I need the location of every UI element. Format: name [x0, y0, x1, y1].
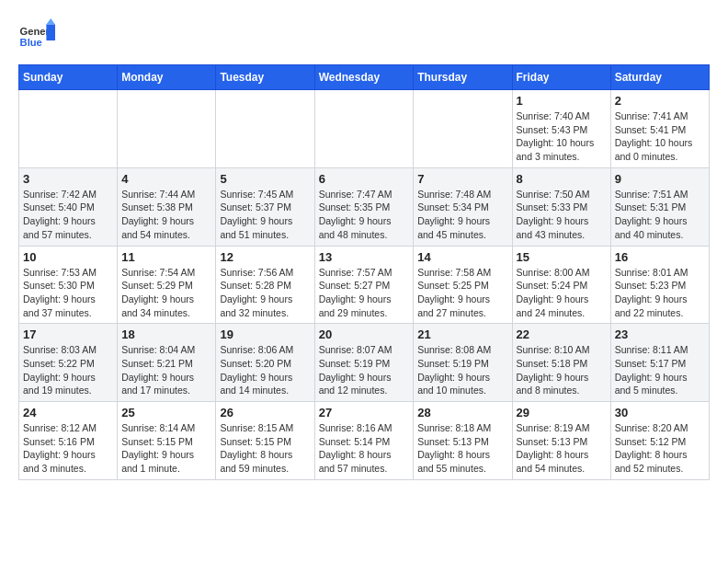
day-info: Sunrise: 7:40 AM Sunset: 5:43 PM Dayligh… [517, 109, 607, 164]
day-info: Sunrise: 7:53 AM Sunset: 5:30 PM Dayligh… [23, 266, 113, 320]
calendar-cell: 2Sunrise: 7:41 AM Sunset: 5:41 PM Daylig… [610, 90, 709, 168]
calendar-cell: 18Sunrise: 8:04 AM Sunset: 5:21 PM Dayli… [118, 324, 216, 402]
day-info: Sunrise: 8:08 AM Sunset: 5:19 PM Dayligh… [417, 343, 507, 397]
day-info: Sunrise: 7:47 AM Sunset: 5:35 PM Dayligh… [319, 188, 410, 242]
calendar-cell: 8Sunrise: 7:50 AM Sunset: 5:33 PM Daylig… [512, 167, 610, 246]
calendar-cell [216, 90, 314, 168]
day-number: 20 [319, 327, 410, 341]
day-info: Sunrise: 8:19 AM Sunset: 5:13 PM Dayligh… [517, 421, 607, 476]
day-info: Sunrise: 8:20 AM Sunset: 5:12 PM Dayligh… [615, 421, 705, 476]
day-info: Sunrise: 8:00 AM Sunset: 5:24 PM Dayligh… [517, 266, 607, 320]
day-info: Sunrise: 8:14 AM Sunset: 5:15 PM Dayligh… [121, 421, 211, 476]
logo-icon: General Blue [18, 18, 55, 55]
calendar-cell [19, 90, 118, 168]
calendar-cell: 22Sunrise: 8:10 AM Sunset: 5:18 PM Dayli… [512, 324, 610, 402]
calendar-cell: 28Sunrise: 8:18 AM Sunset: 5:13 PM Dayli… [414, 402, 512, 480]
calendar-week-row: 24Sunrise: 8:12 AM Sunset: 5:16 PM Dayli… [19, 402, 710, 480]
day-number: 17 [23, 327, 113, 341]
day-of-week-header: Tuesday [216, 65, 314, 90]
calendar-cell: 19Sunrise: 8:06 AM Sunset: 5:20 PM Dayli… [216, 324, 314, 402]
day-number: 19 [220, 327, 310, 341]
calendar-cell: 5Sunrise: 7:45 AM Sunset: 5:37 PM Daylig… [216, 167, 314, 246]
calendar-cell: 10Sunrise: 7:53 AM Sunset: 5:30 PM Dayli… [19, 246, 118, 324]
day-info: Sunrise: 8:03 AM Sunset: 5:22 PM Dayligh… [23, 343, 113, 397]
page-header: General Blue [18, 18, 710, 55]
day-info: Sunrise: 8:10 AM Sunset: 5:18 PM Dayligh… [517, 343, 607, 397]
calendar-cell: 30Sunrise: 8:20 AM Sunset: 5:12 PM Dayli… [610, 402, 709, 480]
calendar-cell: 27Sunrise: 8:16 AM Sunset: 5:14 PM Dayli… [314, 402, 414, 480]
svg-text:Blue: Blue [20, 37, 42, 48]
day-of-week-header: Wednesday [314, 65, 414, 90]
calendar-cell: 6Sunrise: 7:47 AM Sunset: 5:35 PM Daylig… [314, 167, 414, 246]
calendar-table: SundayMondayTuesdayWednesdayThursdayFrid… [18, 64, 710, 480]
day-info: Sunrise: 8:06 AM Sunset: 5:20 PM Dayligh… [220, 343, 310, 397]
logo: General Blue [18, 18, 55, 55]
day-number: 10 [23, 250, 113, 264]
day-of-week-header: Thursday [414, 65, 512, 90]
day-number: 7 [417, 172, 507, 186]
day-number: 26 [220, 406, 310, 419]
day-info: Sunrise: 8:16 AM Sunset: 5:14 PM Dayligh… [319, 421, 410, 476]
day-info: Sunrise: 7:42 AM Sunset: 5:40 PM Dayligh… [23, 188, 113, 242]
calendar-cell: 4Sunrise: 7:44 AM Sunset: 5:38 PM Daylig… [118, 167, 216, 246]
calendar-cell: 26Sunrise: 8:15 AM Sunset: 5:15 PM Dayli… [216, 402, 314, 480]
day-of-week-header: Saturday [610, 65, 709, 90]
day-number: 14 [417, 250, 507, 264]
day-number: 29 [517, 406, 607, 419]
day-info: Sunrise: 7:51 AM Sunset: 5:31 PM Dayligh… [615, 188, 705, 242]
day-info: Sunrise: 8:01 AM Sunset: 5:23 PM Dayligh… [615, 266, 705, 320]
calendar-cell: 11Sunrise: 7:54 AM Sunset: 5:29 PM Dayli… [118, 246, 216, 324]
calendar-cell: 24Sunrise: 8:12 AM Sunset: 5:16 PM Dayli… [19, 402, 118, 480]
day-info: Sunrise: 7:57 AM Sunset: 5:27 PM Dayligh… [319, 266, 410, 320]
calendar-cell: 25Sunrise: 8:14 AM Sunset: 5:15 PM Dayli… [118, 402, 216, 480]
day-number: 3 [23, 172, 113, 186]
day-number: 5 [220, 172, 310, 186]
day-info: Sunrise: 7:50 AM Sunset: 5:33 PM Dayligh… [517, 188, 607, 242]
day-info: Sunrise: 8:11 AM Sunset: 5:17 PM Dayligh… [615, 343, 705, 397]
day-of-week-header: Monday [118, 65, 216, 90]
calendar-cell: 15Sunrise: 8:00 AM Sunset: 5:24 PM Dayli… [512, 246, 610, 324]
day-number: 12 [220, 250, 310, 264]
calendar-cell: 3Sunrise: 7:42 AM Sunset: 5:40 PM Daylig… [19, 167, 118, 246]
day-number: 28 [417, 406, 507, 419]
calendar-header-row: SundayMondayTuesdayWednesdayThursdayFrid… [19, 65, 710, 90]
calendar-cell: 21Sunrise: 8:08 AM Sunset: 5:19 PM Dayli… [414, 324, 512, 402]
calendar-cell: 23Sunrise: 8:11 AM Sunset: 5:17 PM Dayli… [610, 324, 709, 402]
calendar-cell: 17Sunrise: 8:03 AM Sunset: 5:22 PM Dayli… [19, 324, 118, 402]
day-info: Sunrise: 7:54 AM Sunset: 5:29 PM Dayligh… [121, 266, 211, 320]
calendar-week-row: 17Sunrise: 8:03 AM Sunset: 5:22 PM Dayli… [19, 324, 710, 402]
day-number: 11 [121, 250, 211, 264]
day-number: 8 [517, 172, 607, 186]
day-number: 1 [517, 94, 607, 108]
day-number: 15 [517, 250, 607, 264]
day-info: Sunrise: 8:12 AM Sunset: 5:16 PM Dayligh… [23, 421, 113, 476]
day-number: 2 [615, 94, 705, 108]
day-info: Sunrise: 7:44 AM Sunset: 5:38 PM Dayligh… [121, 188, 211, 242]
calendar-week-row: 3Sunrise: 7:42 AM Sunset: 5:40 PM Daylig… [19, 167, 710, 246]
day-info: Sunrise: 8:04 AM Sunset: 5:21 PM Dayligh… [121, 343, 211, 397]
calendar-cell: 16Sunrise: 8:01 AM Sunset: 5:23 PM Dayli… [610, 246, 709, 324]
day-number: 27 [319, 406, 410, 419]
day-info: Sunrise: 8:18 AM Sunset: 5:13 PM Dayligh… [417, 421, 507, 476]
day-number: 9 [615, 172, 705, 186]
day-info: Sunrise: 7:56 AM Sunset: 5:28 PM Dayligh… [220, 266, 310, 320]
calendar-cell: 29Sunrise: 8:19 AM Sunset: 5:13 PM Dayli… [512, 402, 610, 480]
calendar-week-row: 1Sunrise: 7:40 AM Sunset: 5:43 PM Daylig… [19, 90, 710, 168]
day-info: Sunrise: 7:58 AM Sunset: 5:25 PM Dayligh… [417, 266, 507, 320]
calendar-cell: 1Sunrise: 7:40 AM Sunset: 5:43 PM Daylig… [512, 90, 610, 168]
day-number: 4 [121, 172, 211, 186]
calendar-cell [118, 90, 216, 168]
day-number: 21 [417, 327, 507, 341]
day-info: Sunrise: 7:41 AM Sunset: 5:41 PM Dayligh… [615, 109, 705, 164]
calendar-week-row: 10Sunrise: 7:53 AM Sunset: 5:30 PM Dayli… [19, 246, 710, 324]
day-info: Sunrise: 8:15 AM Sunset: 5:15 PM Dayligh… [220, 421, 310, 476]
day-number: 23 [615, 327, 705, 341]
calendar-cell: 12Sunrise: 7:56 AM Sunset: 5:28 PM Dayli… [216, 246, 314, 324]
calendar-cell [314, 90, 414, 168]
calendar-cell [414, 90, 512, 168]
day-info: Sunrise: 8:07 AM Sunset: 5:19 PM Dayligh… [319, 343, 410, 397]
svg-marker-2 [46, 24, 55, 40]
day-of-week-header: Sunday [19, 65, 118, 90]
day-number: 22 [517, 327, 607, 341]
day-info: Sunrise: 7:45 AM Sunset: 5:37 PM Dayligh… [220, 188, 310, 242]
